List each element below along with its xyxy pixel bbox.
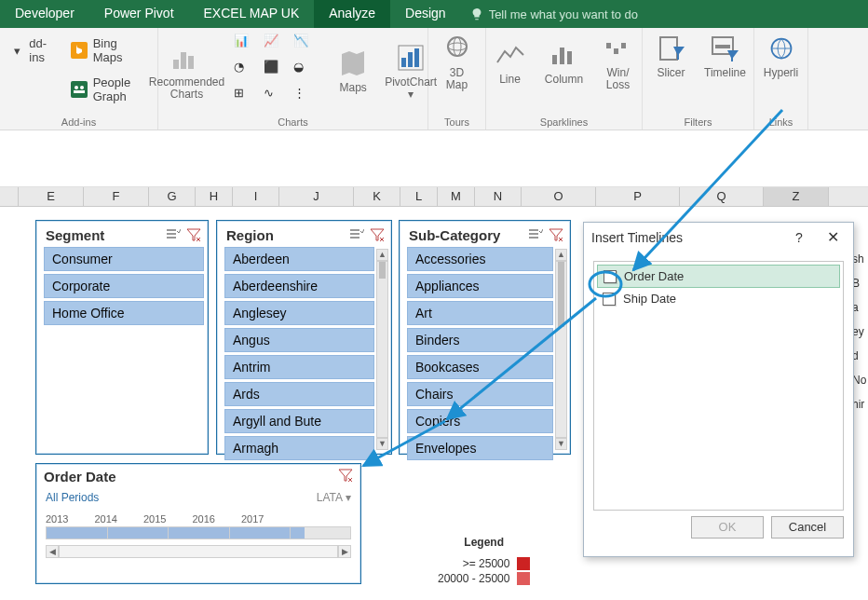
insert-timelines-dialog: Insert Timelines ? ✕ Order Date Ship Dat… (583, 222, 854, 557)
svg-point-2 (75, 86, 78, 89)
scroll-up-icon[interactable]: ▲ (555, 249, 567, 261)
svg-point-13 (448, 43, 467, 50)
tell-me[interactable]: Tell me what you want to do (461, 0, 647, 28)
checkbox-shipdate[interactable] (603, 293, 616, 306)
timeline-field-row[interactable]: Order Date (597, 265, 840, 288)
svg-rect-10 (408, 52, 413, 67)
region-item[interactable]: Angus (224, 328, 374, 352)
tab-design[interactable]: Design (390, 0, 461, 28)
people-graph-icon (71, 81, 88, 98)
slicer-subcategory[interactable]: Sub-Category Accessories Appliances Art … (399, 220, 571, 455)
subcat-item[interactable]: Appliances (407, 274, 553, 298)
subcat-item[interactable]: Copiers (407, 409, 553, 433)
subcat-item[interactable]: Art (407, 301, 553, 325)
sparkline-column-button[interactable]: Column (542, 40, 587, 86)
cancel-button[interactable]: Cancel (771, 516, 844, 539)
maps-button[interactable]: Maps (331, 48, 375, 94)
slicer-icon (657, 34, 686, 63)
rec-charts-icon (171, 43, 201, 73)
subcat-item[interactable]: Binders (407, 328, 553, 352)
sparkline-winloss-button[interactable]: Win/ Loss (596, 34, 641, 91)
region-item[interactable]: Anglesey (224, 301, 374, 325)
scroll-right-icon[interactable]: ▶ (338, 545, 351, 558)
bing-maps-button[interactable]: Bing Maps (67, 34, 150, 67)
subcat-item[interactable]: Chairs (407, 382, 553, 406)
ok-button[interactable]: OK (691, 516, 764, 539)
svg-point-14 (454, 37, 461, 56)
timeline-track[interactable] (46, 526, 351, 539)
subcat-item[interactable]: Accessories (407, 247, 553, 271)
link-icon (766, 34, 796, 63)
hyperlink-button[interactable]: Hyperli (759, 34, 804, 79)
slicer-button[interactable]: Slicer (649, 34, 694, 79)
timeline-slicer-orderdate[interactable]: Order Date All Periods LATA ▾ 2013 2014 … (35, 463, 361, 584)
region-item[interactable]: Aberdeen (224, 247, 374, 271)
people-graph-button[interactable]: People Graph (67, 73, 150, 106)
region-item[interactable]: Armagh (224, 436, 374, 460)
multiselect-icon[interactable] (348, 226, 365, 243)
subcat-item[interactable]: Bookcases (407, 355, 553, 379)
svg-rect-9 (401, 58, 406, 67)
column-headers[interactable]: E F G H I J K L M N O P Q Z (0, 186, 868, 207)
slicer-region[interactable]: Region Aberdeen Aberdeenshire Anglesey A… (216, 220, 392, 455)
svg-rect-15 (552, 55, 557, 64)
tab-analyze[interactable]: Analyze (314, 0, 390, 28)
slicer-segment[interactable]: Segment Consumer Corporate Home Office (35, 220, 209, 455)
3d-map-button[interactable]: 3D Map (435, 34, 480, 91)
group-sparklines: Sparklines (540, 116, 588, 128)
checkbox-orderdate[interactable] (604, 270, 617, 283)
clear-filter-icon[interactable] (185, 226, 202, 243)
segment-item[interactable]: Consumer (44, 247, 204, 271)
maps-icon (338, 48, 368, 78)
tab-developer[interactable]: Developer (0, 0, 89, 28)
slicer-title: Sub-Category (409, 227, 523, 243)
group-filters: Filters (685, 116, 712, 128)
dialog-list: Order Date Ship Date (593, 261, 844, 511)
multiselect-icon[interactable] (165, 226, 182, 243)
pivotchart-icon (396, 43, 426, 73)
ribbon: ▾ dd-ins Bing Maps People Graph (0, 28, 868, 130)
scroll-down-icon[interactable]: ▼ (376, 438, 388, 450)
recommended-charts-button[interactable]: Recommended Charts (149, 43, 224, 101)
close-button[interactable]: ✕ (820, 228, 846, 246)
region-item[interactable]: Antrim (224, 355, 374, 379)
scroll-down-icon[interactable]: ▼ (555, 438, 567, 450)
sparkline-line-button[interactable]: Line (488, 40, 533, 86)
tell-me-text: Tell me what you want to do (489, 7, 638, 21)
clear-filter-icon[interactable] (548, 226, 564, 243)
scrollbar[interactable]: ▲ ▼ (376, 249, 388, 450)
timeline-period-label: All Periods (46, 491, 99, 504)
svg-marker-22 (673, 47, 685, 60)
subcat-item[interactable]: Envelopes (407, 436, 553, 460)
clear-filter-icon[interactable] (338, 468, 353, 485)
segment-item[interactable]: Home Office (44, 301, 204, 325)
group-addins: Add-ins (61, 116, 96, 128)
bing-icon (71, 42, 88, 59)
globe-icon (442, 34, 472, 63)
timeline-unit-dropdown[interactable]: LATA ▾ (317, 491, 351, 504)
clear-filter-icon[interactable] (369, 226, 386, 243)
region-item[interactable]: Argyll and Bute (224, 409, 374, 433)
segment-item[interactable]: Corporate (44, 274, 204, 298)
region-item[interactable]: Ards (224, 382, 374, 406)
scroll-up-icon[interactable]: ▲ (376, 249, 388, 261)
slicer-title: Region (226, 227, 345, 243)
svg-rect-16 (560, 48, 564, 64)
multiselect-icon[interactable] (527, 226, 544, 243)
ddins-dropdown[interactable]: ▾ dd-ins (7, 34, 58, 67)
timeline-scrollbar[interactable]: ◀ ▶ (46, 545, 351, 558)
spark-winloss-icon (604, 34, 633, 63)
chart-gallery[interactable]: 📊📈📉 ◔⬛◒ ⊞∿⋮ (234, 34, 321, 110)
svg-rect-20 (621, 43, 626, 48)
timeline-field-row[interactable]: Ship Date (597, 288, 840, 309)
tab-powerpivot[interactable]: Power Pivot (89, 0, 189, 28)
timeline-title: Order Date (44, 469, 338, 484)
scroll-left-icon[interactable]: ◀ (46, 545, 59, 558)
timeline-button[interactable]: Timeline (703, 34, 748, 79)
help-button[interactable]: ? (786, 230, 812, 245)
region-item[interactable]: Aberdeenshire (224, 274, 374, 298)
tab-excelmapuk[interactable]: EXCEL MAP UK (189, 0, 315, 28)
spark-column-icon (549, 40, 579, 70)
map-legend: Legend >= 25000 20000 - 25000 (438, 536, 530, 586)
scrollbar[interactable]: ▲ ▼ (555, 249, 567, 450)
